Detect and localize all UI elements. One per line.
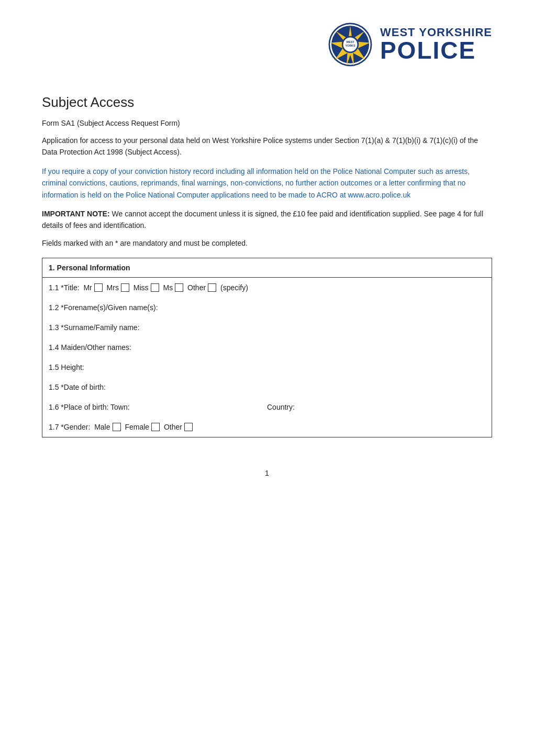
gender-male-checkbox[interactable] [113,423,121,431]
birthplace-town: 1.6 *Place of birth: Town: [49,403,267,411]
height-row: 1.5 Height: [42,357,492,377]
forename-label: 1.2 *Forename(s)/Given name(s): [49,303,158,312]
maiden-row: 1.4 Maiden/Other names: [42,337,492,357]
intro-text: Application for access to your personal … [42,135,492,158]
title-mrs-checkbox[interactable] [121,283,129,292]
title-ms-checkbox[interactable] [175,283,183,292]
birthplace-row: 1.6 *Place of birth: Town: Country: [42,397,492,417]
svg-text:YORKS: YORKS [345,44,355,47]
title-miss-checkbox[interactable] [151,283,159,292]
title-specify-label: (specify) [218,283,248,292]
gender-female-checkbox[interactable] [151,423,160,431]
mandatory-note: Fields marked with an * are mandatory an… [42,239,492,247]
maiden-label: 1.4 Maiden/Other names: [49,343,131,352]
title-miss-label: Miss [131,283,149,292]
table-row: 1.4 Maiden/Other names: [42,337,492,357]
logo-bottom-text: POLICE [380,38,492,62]
birthplace-town-label: 1.6 *Place of birth: Town: [49,403,130,411]
section-1-header-row: 1. Personal Information [42,258,492,277]
form-subtitle: Form SA1 (Subject Access Request Form) [42,119,492,127]
birthplace-country-label: Country: [267,403,295,411]
title-mr-checkbox[interactable] [94,283,103,292]
section-1-table: 1. Personal Information 1.1 *Title: Mr M… [42,258,492,437]
blue-notice: If you require a copy of your conviction… [42,166,492,201]
gender-other-checkbox[interactable] [184,423,193,431]
table-row: 1.6 *Place of birth: Town: Country: [42,397,492,417]
svg-text:WEST: WEST [346,40,354,43]
birthplace-split: 1.6 *Place of birth: Town: Country: [49,403,485,411]
surname-row: 1.3 *Surname/Family name: [42,317,492,337]
header: WEST YORKS WEST YORKSHIRE POLICE [42,21,492,68]
gender-row: 1.7 *Gender: Male Female Other [42,417,492,437]
gender-other-label: Other [162,423,182,431]
logo-text: WEST YORKSHIRE POLICE [380,27,492,62]
title-other-label: Other [185,283,206,292]
section-1-header: 1. Personal Information [42,258,492,277]
page-number: 1 [42,469,492,477]
title-label: 1.1 *Title: Mr [49,283,92,292]
height-label: 1.5 Height: [49,363,84,371]
important-note-bold: IMPORTANT NOTE: [42,210,110,218]
birthplace-country: Country: [267,403,485,411]
title-row: 1.1 *Title: Mr Mrs Miss Ms Other (specif… [42,278,492,298]
gender-label: 1.7 *Gender: Male [49,423,110,431]
table-row: 1.7 *Gender: Male Female Other [42,417,492,437]
dob-label: 1.5 *Date of birth: [49,383,106,391]
table-row: 1.2 *Forename(s)/Given name(s): [42,298,492,317]
gender-female-label: Female [123,423,150,431]
important-note: IMPORTANT NOTE: We cannot accept the doc… [42,208,492,232]
forename-row: 1.2 *Forename(s)/Given name(s): [42,298,492,317]
dob-row: 1.5 *Date of birth: [42,377,492,397]
title-mrs-label: Mrs [105,283,119,292]
table-row: 1.3 *Surname/Family name: [42,317,492,337]
surname-label: 1.3 *Surname/Family name: [49,323,140,332]
table-row: 1.5 Height: [42,357,492,377]
title-other-checkbox[interactable] [208,283,216,292]
page-title: Subject Access [42,94,492,111]
title-ms-label: Ms [161,283,173,292]
logo-container: WEST YORKS WEST YORKSHIRE POLICE [327,21,492,68]
table-row: 1.1 *Title: Mr Mrs Miss Ms Other (specif… [42,277,492,298]
police-badge-icon: WEST YORKS [327,21,374,68]
table-row: 1.5 *Date of birth: [42,377,492,397]
